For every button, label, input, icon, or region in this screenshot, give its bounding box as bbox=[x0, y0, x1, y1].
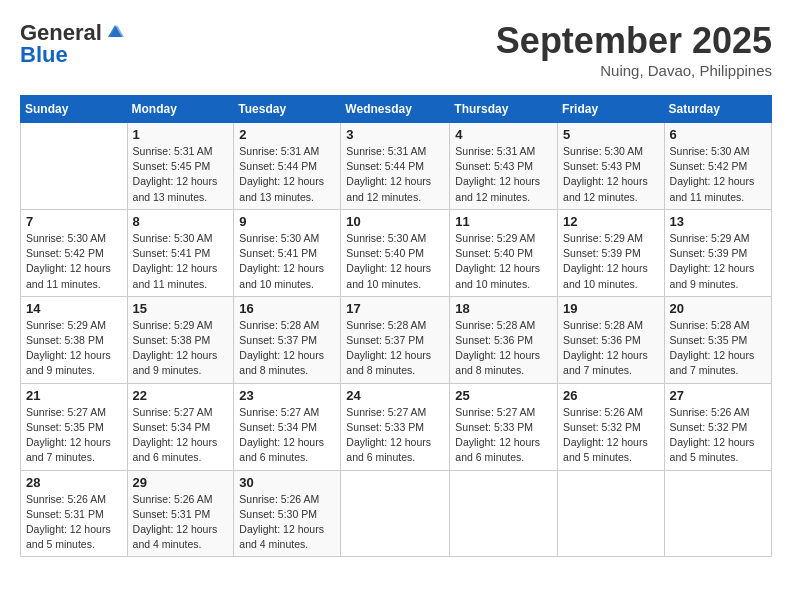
calendar-cell: 26Sunrise: 5:26 AM Sunset: 5:32 PM Dayli… bbox=[558, 383, 665, 470]
day-number: 20 bbox=[670, 301, 766, 316]
cell-info: Sunrise: 5:30 AM Sunset: 5:40 PM Dayligh… bbox=[346, 231, 444, 292]
cell-info: Sunrise: 5:26 AM Sunset: 5:31 PM Dayligh… bbox=[133, 492, 229, 553]
cell-info: Sunrise: 5:31 AM Sunset: 5:44 PM Dayligh… bbox=[346, 144, 444, 205]
day-number: 17 bbox=[346, 301, 444, 316]
calendar-cell: 25Sunrise: 5:27 AM Sunset: 5:33 PM Dayli… bbox=[450, 383, 558, 470]
day-number: 16 bbox=[239, 301, 335, 316]
calendar-cell: 12Sunrise: 5:29 AM Sunset: 5:39 PM Dayli… bbox=[558, 209, 665, 296]
calendar-cell bbox=[450, 470, 558, 557]
day-number: 7 bbox=[26, 214, 122, 229]
header-row: SundayMondayTuesdayWednesdayThursdayFrid… bbox=[21, 96, 772, 123]
calendar-cell: 3Sunrise: 5:31 AM Sunset: 5:44 PM Daylig… bbox=[341, 123, 450, 210]
day-number: 11 bbox=[455, 214, 552, 229]
day-number: 10 bbox=[346, 214, 444, 229]
location: Nuing, Davao, Philippines bbox=[496, 62, 772, 79]
day-number: 9 bbox=[239, 214, 335, 229]
cell-info: Sunrise: 5:26 AM Sunset: 5:31 PM Dayligh… bbox=[26, 492, 122, 553]
day-number: 30 bbox=[239, 475, 335, 490]
calendar-cell bbox=[664, 470, 771, 557]
calendar-cell: 9Sunrise: 5:30 AM Sunset: 5:41 PM Daylig… bbox=[234, 209, 341, 296]
cell-info: Sunrise: 5:28 AM Sunset: 5:36 PM Dayligh… bbox=[563, 318, 659, 379]
week-row-4: 21Sunrise: 5:27 AM Sunset: 5:35 PM Dayli… bbox=[21, 383, 772, 470]
cell-info: Sunrise: 5:29 AM Sunset: 5:39 PM Dayligh… bbox=[563, 231, 659, 292]
week-row-5: 28Sunrise: 5:26 AM Sunset: 5:31 PM Dayli… bbox=[21, 470, 772, 557]
cell-info: Sunrise: 5:29 AM Sunset: 5:38 PM Dayligh… bbox=[133, 318, 229, 379]
cell-info: Sunrise: 5:26 AM Sunset: 5:30 PM Dayligh… bbox=[239, 492, 335, 553]
day-number: 2 bbox=[239, 127, 335, 142]
week-row-1: 1Sunrise: 5:31 AM Sunset: 5:45 PM Daylig… bbox=[21, 123, 772, 210]
col-header-wednesday: Wednesday bbox=[341, 96, 450, 123]
day-number: 21 bbox=[26, 388, 122, 403]
calendar-cell: 22Sunrise: 5:27 AM Sunset: 5:34 PM Dayli… bbox=[127, 383, 234, 470]
cell-info: Sunrise: 5:28 AM Sunset: 5:37 PM Dayligh… bbox=[239, 318, 335, 379]
cell-info: Sunrise: 5:31 AM Sunset: 5:44 PM Dayligh… bbox=[239, 144, 335, 205]
calendar-cell bbox=[21, 123, 128, 210]
logo-icon bbox=[104, 23, 126, 41]
cell-info: Sunrise: 5:29 AM Sunset: 5:40 PM Dayligh… bbox=[455, 231, 552, 292]
day-number: 13 bbox=[670, 214, 766, 229]
cell-info: Sunrise: 5:27 AM Sunset: 5:33 PM Dayligh… bbox=[346, 405, 444, 466]
calendar-cell: 19Sunrise: 5:28 AM Sunset: 5:36 PM Dayli… bbox=[558, 296, 665, 383]
day-number: 1 bbox=[133, 127, 229, 142]
cell-info: Sunrise: 5:30 AM Sunset: 5:41 PM Dayligh… bbox=[133, 231, 229, 292]
cell-info: Sunrise: 5:27 AM Sunset: 5:34 PM Dayligh… bbox=[133, 405, 229, 466]
calendar-cell: 8Sunrise: 5:30 AM Sunset: 5:41 PM Daylig… bbox=[127, 209, 234, 296]
calendar-cell: 10Sunrise: 5:30 AM Sunset: 5:40 PM Dayli… bbox=[341, 209, 450, 296]
cell-info: Sunrise: 5:30 AM Sunset: 5:42 PM Dayligh… bbox=[670, 144, 766, 205]
calendar-cell: 11Sunrise: 5:29 AM Sunset: 5:40 PM Dayli… bbox=[450, 209, 558, 296]
calendar-table: SundayMondayTuesdayWednesdayThursdayFrid… bbox=[20, 95, 772, 557]
col-header-friday: Friday bbox=[558, 96, 665, 123]
calendar-cell: 15Sunrise: 5:29 AM Sunset: 5:38 PM Dayli… bbox=[127, 296, 234, 383]
col-header-thursday: Thursday bbox=[450, 96, 558, 123]
calendar-cell: 5Sunrise: 5:30 AM Sunset: 5:43 PM Daylig… bbox=[558, 123, 665, 210]
calendar-cell: 6Sunrise: 5:30 AM Sunset: 5:42 PM Daylig… bbox=[664, 123, 771, 210]
col-header-monday: Monday bbox=[127, 96, 234, 123]
page-header: General Blue September 2025 Nuing, Davao… bbox=[20, 20, 772, 79]
day-number: 25 bbox=[455, 388, 552, 403]
day-number: 19 bbox=[563, 301, 659, 316]
calendar-cell: 21Sunrise: 5:27 AM Sunset: 5:35 PM Dayli… bbox=[21, 383, 128, 470]
calendar-cell bbox=[341, 470, 450, 557]
day-number: 12 bbox=[563, 214, 659, 229]
week-row-3: 14Sunrise: 5:29 AM Sunset: 5:38 PM Dayli… bbox=[21, 296, 772, 383]
calendar-cell: 1Sunrise: 5:31 AM Sunset: 5:45 PM Daylig… bbox=[127, 123, 234, 210]
calendar-cell: 16Sunrise: 5:28 AM Sunset: 5:37 PM Dayli… bbox=[234, 296, 341, 383]
calendar-cell: 30Sunrise: 5:26 AM Sunset: 5:30 PM Dayli… bbox=[234, 470, 341, 557]
logo: General Blue bbox=[20, 20, 126, 68]
cell-info: Sunrise: 5:28 AM Sunset: 5:35 PM Dayligh… bbox=[670, 318, 766, 379]
title-block: September 2025 Nuing, Davao, Philippines bbox=[496, 20, 772, 79]
cell-info: Sunrise: 5:30 AM Sunset: 5:43 PM Dayligh… bbox=[563, 144, 659, 205]
month-title: September 2025 bbox=[496, 20, 772, 62]
col-header-tuesday: Tuesday bbox=[234, 96, 341, 123]
calendar-cell: 2Sunrise: 5:31 AM Sunset: 5:44 PM Daylig… bbox=[234, 123, 341, 210]
calendar-cell: 4Sunrise: 5:31 AM Sunset: 5:43 PM Daylig… bbox=[450, 123, 558, 210]
calendar-cell: 27Sunrise: 5:26 AM Sunset: 5:32 PM Dayli… bbox=[664, 383, 771, 470]
day-number: 24 bbox=[346, 388, 444, 403]
calendar-cell bbox=[558, 470, 665, 557]
week-row-2: 7Sunrise: 5:30 AM Sunset: 5:42 PM Daylig… bbox=[21, 209, 772, 296]
calendar-cell: 29Sunrise: 5:26 AM Sunset: 5:31 PM Dayli… bbox=[127, 470, 234, 557]
day-number: 28 bbox=[26, 475, 122, 490]
cell-info: Sunrise: 5:27 AM Sunset: 5:33 PM Dayligh… bbox=[455, 405, 552, 466]
logo-blue: Blue bbox=[20, 42, 68, 68]
day-number: 29 bbox=[133, 475, 229, 490]
calendar-cell: 14Sunrise: 5:29 AM Sunset: 5:38 PM Dayli… bbox=[21, 296, 128, 383]
day-number: 26 bbox=[563, 388, 659, 403]
cell-info: Sunrise: 5:31 AM Sunset: 5:45 PM Dayligh… bbox=[133, 144, 229, 205]
day-number: 15 bbox=[133, 301, 229, 316]
calendar-cell: 7Sunrise: 5:30 AM Sunset: 5:42 PM Daylig… bbox=[21, 209, 128, 296]
calendar-cell: 28Sunrise: 5:26 AM Sunset: 5:31 PM Dayli… bbox=[21, 470, 128, 557]
cell-info: Sunrise: 5:30 AM Sunset: 5:42 PM Dayligh… bbox=[26, 231, 122, 292]
cell-info: Sunrise: 5:28 AM Sunset: 5:37 PM Dayligh… bbox=[346, 318, 444, 379]
calendar-cell: 17Sunrise: 5:28 AM Sunset: 5:37 PM Dayli… bbox=[341, 296, 450, 383]
cell-info: Sunrise: 5:31 AM Sunset: 5:43 PM Dayligh… bbox=[455, 144, 552, 205]
day-number: 6 bbox=[670, 127, 766, 142]
col-header-saturday: Saturday bbox=[664, 96, 771, 123]
cell-info: Sunrise: 5:29 AM Sunset: 5:39 PM Dayligh… bbox=[670, 231, 766, 292]
cell-info: Sunrise: 5:30 AM Sunset: 5:41 PM Dayligh… bbox=[239, 231, 335, 292]
day-number: 4 bbox=[455, 127, 552, 142]
calendar-cell: 23Sunrise: 5:27 AM Sunset: 5:34 PM Dayli… bbox=[234, 383, 341, 470]
calendar-cell: 24Sunrise: 5:27 AM Sunset: 5:33 PM Dayli… bbox=[341, 383, 450, 470]
calendar-cell: 20Sunrise: 5:28 AM Sunset: 5:35 PM Dayli… bbox=[664, 296, 771, 383]
cell-info: Sunrise: 5:27 AM Sunset: 5:34 PM Dayligh… bbox=[239, 405, 335, 466]
